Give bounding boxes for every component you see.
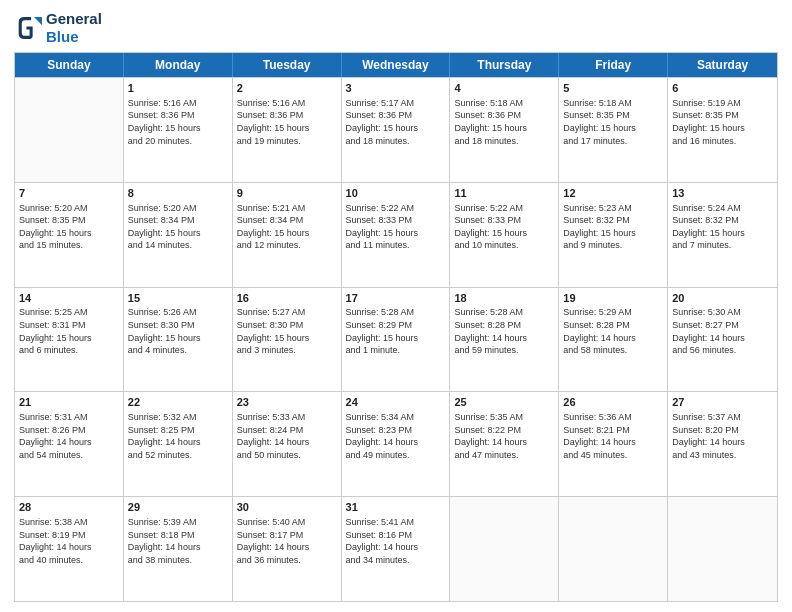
day-number: 8 [128, 186, 228, 201]
cell-text: Sunrise: 5:25 AM Sunset: 8:31 PM Dayligh… [19, 306, 119, 356]
day-number: 3 [346, 81, 446, 96]
calendar-cell: 5Sunrise: 5:18 AM Sunset: 8:35 PM Daylig… [559, 78, 668, 182]
calendar-cell: 12Sunrise: 5:23 AM Sunset: 8:32 PM Dayli… [559, 183, 668, 287]
day-number: 7 [19, 186, 119, 201]
cell-text: Sunrise: 5:17 AM Sunset: 8:36 PM Dayligh… [346, 97, 446, 147]
cell-text: Sunrise: 5:26 AM Sunset: 8:30 PM Dayligh… [128, 306, 228, 356]
calendar-cell: 8Sunrise: 5:20 AM Sunset: 8:34 PM Daylig… [124, 183, 233, 287]
calendar-cell: 1Sunrise: 5:16 AM Sunset: 8:36 PM Daylig… [124, 78, 233, 182]
calendar-cell: 7Sunrise: 5:20 AM Sunset: 8:35 PM Daylig… [15, 183, 124, 287]
calendar-cell: 3Sunrise: 5:17 AM Sunset: 8:36 PM Daylig… [342, 78, 451, 182]
logo: General Blue [14, 10, 102, 46]
cell-text: Sunrise: 5:36 AM Sunset: 8:21 PM Dayligh… [563, 411, 663, 461]
calendar-body: 1Sunrise: 5:16 AM Sunset: 8:36 PM Daylig… [15, 77, 777, 601]
cell-text: Sunrise: 5:33 AM Sunset: 8:24 PM Dayligh… [237, 411, 337, 461]
calendar-cell: 18Sunrise: 5:28 AM Sunset: 8:28 PM Dayli… [450, 288, 559, 392]
calendar-cell: 2Sunrise: 5:16 AM Sunset: 8:36 PM Daylig… [233, 78, 342, 182]
calendar-cell: 13Sunrise: 5:24 AM Sunset: 8:32 PM Dayli… [668, 183, 777, 287]
cell-text: Sunrise: 5:35 AM Sunset: 8:22 PM Dayligh… [454, 411, 554, 461]
calendar-cell: 28Sunrise: 5:38 AM Sunset: 8:19 PM Dayli… [15, 497, 124, 601]
cell-text: Sunrise: 5:22 AM Sunset: 8:33 PM Dayligh… [454, 202, 554, 252]
cell-text: Sunrise: 5:39 AM Sunset: 8:18 PM Dayligh… [128, 516, 228, 566]
calendar-cell: 6Sunrise: 5:19 AM Sunset: 8:35 PM Daylig… [668, 78, 777, 182]
cell-text: Sunrise: 5:32 AM Sunset: 8:25 PM Dayligh… [128, 411, 228, 461]
calendar-cell: 26Sunrise: 5:36 AM Sunset: 8:21 PM Dayli… [559, 392, 668, 496]
calendar-cell [450, 497, 559, 601]
day-number: 28 [19, 500, 119, 515]
calendar-cell: 21Sunrise: 5:31 AM Sunset: 8:26 PM Dayli… [15, 392, 124, 496]
calendar-cell: 14Sunrise: 5:25 AM Sunset: 8:31 PM Dayli… [15, 288, 124, 392]
calendar-header: SundayMondayTuesdayWednesdayThursdayFrid… [15, 53, 777, 77]
weekday-header-sunday: Sunday [15, 53, 124, 77]
day-number: 21 [19, 395, 119, 410]
cell-text: Sunrise: 5:31 AM Sunset: 8:26 PM Dayligh… [19, 411, 119, 461]
cell-text: Sunrise: 5:40 AM Sunset: 8:17 PM Dayligh… [237, 516, 337, 566]
cell-text: Sunrise: 5:16 AM Sunset: 8:36 PM Dayligh… [237, 97, 337, 147]
calendar-cell: 20Sunrise: 5:30 AM Sunset: 8:27 PM Dayli… [668, 288, 777, 392]
calendar-cell: 17Sunrise: 5:28 AM Sunset: 8:29 PM Dayli… [342, 288, 451, 392]
day-number: 23 [237, 395, 337, 410]
day-number: 1 [128, 81, 228, 96]
calendar-row-3: 14Sunrise: 5:25 AM Sunset: 8:31 PM Dayli… [15, 287, 777, 392]
cell-text: Sunrise: 5:28 AM Sunset: 8:29 PM Dayligh… [346, 306, 446, 356]
calendar-cell: 16Sunrise: 5:27 AM Sunset: 8:30 PM Dayli… [233, 288, 342, 392]
cell-text: Sunrise: 5:18 AM Sunset: 8:36 PM Dayligh… [454, 97, 554, 147]
calendar-cell: 9Sunrise: 5:21 AM Sunset: 8:34 PM Daylig… [233, 183, 342, 287]
cell-text: Sunrise: 5:38 AM Sunset: 8:19 PM Dayligh… [19, 516, 119, 566]
day-number: 20 [672, 291, 773, 306]
day-number: 14 [19, 291, 119, 306]
weekday-header-saturday: Saturday [668, 53, 777, 77]
cell-text: Sunrise: 5:30 AM Sunset: 8:27 PM Dayligh… [672, 306, 773, 356]
calendar-cell: 23Sunrise: 5:33 AM Sunset: 8:24 PM Dayli… [233, 392, 342, 496]
calendar-cell: 11Sunrise: 5:22 AM Sunset: 8:33 PM Dayli… [450, 183, 559, 287]
calendar-cell [668, 497, 777, 601]
weekday-header-monday: Monday [124, 53, 233, 77]
day-number: 22 [128, 395, 228, 410]
day-number: 12 [563, 186, 663, 201]
calendar-cell: 24Sunrise: 5:34 AM Sunset: 8:23 PM Dayli… [342, 392, 451, 496]
cell-text: Sunrise: 5:20 AM Sunset: 8:34 PM Dayligh… [128, 202, 228, 252]
cell-text: Sunrise: 5:23 AM Sunset: 8:32 PM Dayligh… [563, 202, 663, 252]
cell-text: Sunrise: 5:20 AM Sunset: 8:35 PM Dayligh… [19, 202, 119, 252]
day-number: 10 [346, 186, 446, 201]
calendar-cell [559, 497, 668, 601]
day-number: 18 [454, 291, 554, 306]
day-number: 13 [672, 186, 773, 201]
calendar-cell: 19Sunrise: 5:29 AM Sunset: 8:28 PM Dayli… [559, 288, 668, 392]
day-number: 17 [346, 291, 446, 306]
logo-icon [14, 14, 42, 42]
calendar-row-2: 7Sunrise: 5:20 AM Sunset: 8:35 PM Daylig… [15, 182, 777, 287]
header: General Blue [14, 10, 778, 46]
day-number: 29 [128, 500, 228, 515]
logo-text: General Blue [46, 10, 102, 46]
weekday-header-tuesday: Tuesday [233, 53, 342, 77]
calendar-cell: 15Sunrise: 5:26 AM Sunset: 8:30 PM Dayli… [124, 288, 233, 392]
calendar-row-4: 21Sunrise: 5:31 AM Sunset: 8:26 PM Dayli… [15, 391, 777, 496]
cell-text: Sunrise: 5:41 AM Sunset: 8:16 PM Dayligh… [346, 516, 446, 566]
calendar-cell: 4Sunrise: 5:18 AM Sunset: 8:36 PM Daylig… [450, 78, 559, 182]
cell-text: Sunrise: 5:27 AM Sunset: 8:30 PM Dayligh… [237, 306, 337, 356]
cell-text: Sunrise: 5:22 AM Sunset: 8:33 PM Dayligh… [346, 202, 446, 252]
calendar-row-5: 28Sunrise: 5:38 AM Sunset: 8:19 PM Dayli… [15, 496, 777, 601]
day-number: 6 [672, 81, 773, 96]
cell-text: Sunrise: 5:37 AM Sunset: 8:20 PM Dayligh… [672, 411, 773, 461]
cell-text: Sunrise: 5:29 AM Sunset: 8:28 PM Dayligh… [563, 306, 663, 356]
calendar-cell: 30Sunrise: 5:40 AM Sunset: 8:17 PM Dayli… [233, 497, 342, 601]
day-number: 19 [563, 291, 663, 306]
cell-text: Sunrise: 5:21 AM Sunset: 8:34 PM Dayligh… [237, 202, 337, 252]
day-number: 30 [237, 500, 337, 515]
day-number: 15 [128, 291, 228, 306]
cell-text: Sunrise: 5:16 AM Sunset: 8:36 PM Dayligh… [128, 97, 228, 147]
day-number: 11 [454, 186, 554, 201]
day-number: 25 [454, 395, 554, 410]
cell-text: Sunrise: 5:24 AM Sunset: 8:32 PM Dayligh… [672, 202, 773, 252]
cell-text: Sunrise: 5:34 AM Sunset: 8:23 PM Dayligh… [346, 411, 446, 461]
calendar: SundayMondayTuesdayWednesdayThursdayFrid… [14, 52, 778, 602]
day-number: 9 [237, 186, 337, 201]
cell-text: Sunrise: 5:19 AM Sunset: 8:35 PM Dayligh… [672, 97, 773, 147]
weekday-header-friday: Friday [559, 53, 668, 77]
day-number: 2 [237, 81, 337, 96]
page: General Blue SundayMondayTuesdayWednesda… [0, 0, 792, 612]
day-number: 4 [454, 81, 554, 96]
calendar-row-1: 1Sunrise: 5:16 AM Sunset: 8:36 PM Daylig… [15, 77, 777, 182]
